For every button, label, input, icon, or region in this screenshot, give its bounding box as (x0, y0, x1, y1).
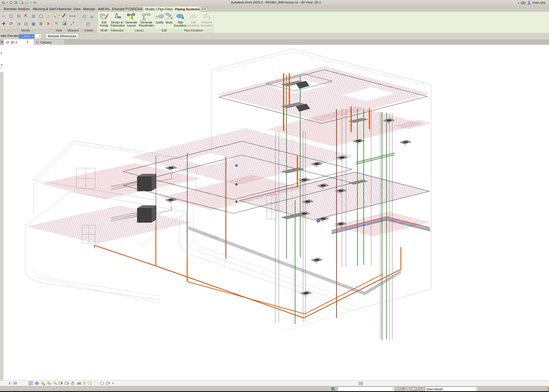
temporary-hide-isolate-icon[interactable] (53, 381, 57, 385)
match-properties-icon[interactable]: ≣ (38, 20, 44, 27)
dimension-icon[interactable]: ⤢ (68, 20, 77, 27)
ribbon-display-toggle[interactable]: ⊙ ▾ (199, 7, 208, 11)
panel-label-edit[interactable]: Edit (155, 29, 174, 33)
create-assembly-icon[interactable]: ◰ (85, 20, 91, 28)
panel-label-layout[interactable]: Layout (124, 29, 155, 33)
view-tab-3d-2[interactable]: 3D 2 ✕ (4, 39, 37, 45)
pin-icon[interactable]: ▣ (30, 20, 37, 27)
sun-path-icon[interactable] (41, 381, 45, 385)
chevron-down-icon[interactable]: ▾ (475, 388, 477, 390)
justify-button[interactable]: Justify (155, 12, 164, 24)
worksharing-display-icon[interactable] (65, 381, 69, 385)
shadows-icon[interactable] (47, 381, 51, 385)
scale-icon[interactable]: ▢ (38, 12, 44, 20)
selection-filter-icon[interactable] (397, 387, 401, 391)
user-name[interactable]: iman.sha (533, 1, 546, 4)
view-tab-camera[interactable]: Camera (34, 39, 65, 45)
reveal-hidden-elements-icon[interactable] (59, 381, 63, 385)
panel-label-mode[interactable]: Mode (98, 29, 111, 33)
visual-style-icon[interactable] (35, 381, 39, 385)
mirror-draw-axis-icon[interactable]: ⧉ (15, 12, 22, 20)
properties-list-icon[interactable] (14, 1, 18, 4)
panel-label-fabrication[interactable]: Fabrication (111, 29, 124, 33)
switch-windows-caret[interactable]: ▾ (31, 1, 32, 4)
search-binoculars-icon[interactable] (521, 1, 526, 5)
move-icon[interactable]: ✚ (1, 20, 7, 27)
edit-family-button[interactable]: Edit Family (98, 12, 110, 27)
switch-windows-icon[interactable] (25, 1, 29, 4)
show-crop-icon[interactable] (100, 381, 104, 385)
measure-icon[interactable]: ⟷ (68, 12, 77, 20)
create-similar-icon[interactable]: ⊡ (81, 13, 87, 20)
tab-add-ins[interactable]: Add-Ins (96, 6, 112, 12)
detail-level-icon[interactable] (29, 381, 33, 385)
chevron-down-icon[interactable]: ▾ (39, 35, 41, 37)
analytical-model-icon[interactable] (83, 381, 87, 385)
design-options-combobox[interactable]: Main Model ▾ (425, 387, 478, 391)
exclude-options-icon[interactable] (418, 387, 423, 391)
drawing-area-3d-view[interactable] (4, 45, 549, 380)
close-hidden-windows-icon[interactable] (20, 1, 24, 4)
lock-3d-view-icon[interactable] (71, 381, 75, 385)
reveal-constraints-icon[interactable] (106, 381, 110, 385)
customize-qat-icon[interactable] (33, 1, 37, 4)
tab-manage[interactable]: Manage (81, 6, 97, 12)
mirror-pick-axis-icon[interactable]: ◫ (8, 12, 14, 20)
design-to-fabrication-button[interactable]: Design to Fabrication (111, 12, 124, 27)
user-account-icon[interactable] (527, 1, 531, 5)
tab-piping-systems[interactable]: Piping Systems (173, 6, 202, 12)
panel-label-create[interactable]: Create (80, 29, 98, 33)
qat-caret[interactable]: ▾ (7, 1, 8, 4)
offset-icon[interactable]: ⊟ (23, 20, 29, 27)
panel-label-view[interactable]: View (51, 29, 66, 33)
close-tab-icon[interactable]: ✕ (26, 41, 29, 44)
inactive-select-icon[interactable]: ⌖ (45, 12, 51, 20)
copy-icon[interactable]: ⇉ (15, 20, 22, 27)
view-caret[interactable]: ▾ (59, 13, 60, 18)
array-icon[interactable]: ⊞ (30, 12, 37, 20)
rotate-icon[interactable]: ⟳ (8, 20, 14, 27)
remove-insulation-button[interactable]: Remove Insulation (200, 12, 213, 27)
properties-panel-sliver[interactable]: ▾ e ^ (0, 45, 4, 380)
view-scale[interactable]: 1 : 10 (9, 381, 17, 385)
add-insulation-button[interactable]: Add Insulation (174, 12, 187, 27)
panel-label-measure[interactable]: Measure (66, 29, 80, 33)
expand-vcb-icon[interactable]: < (112, 381, 114, 385)
hide-elements-lightbulb-icon[interactable] (53, 13, 57, 18)
worksets-icon[interactable] (331, 387, 335, 391)
tab-analyze[interactable]: Analyze (16, 6, 32, 12)
temporary-view-properties-icon[interactable] (77, 381, 81, 385)
slope-button[interactable]: Slope (164, 12, 174, 24)
sliver-collapse-icon[interactable]: ^ (1, 67, 2, 70)
crop-view-icon[interactable] (94, 381, 98, 385)
tab-view[interactable]: View (71, 6, 83, 12)
close-view-icon[interactable]: ✕ (1, 40, 3, 44)
status-bar: ▾ :0 Main Model ▾ (0, 386, 549, 391)
elevation-combobox[interactable]: -0.0034 m ▾ (19, 33, 41, 39)
join-geometry-icon[interactable]: ⌐ (1, 12, 7, 20)
properties-toggle-icon[interactable] (412, 387, 416, 391)
active-workset-combobox[interactable]: ▾ (337, 387, 395, 391)
collapse-infocenter-icon[interactable]: ◂ (518, 1, 519, 4)
tab-cadclick[interactable]: CADClick (126, 6, 144, 12)
highlight-displacement-icon[interactable] (87, 381, 92, 385)
linework-icon[interactable]: ≡ (53, 20, 59, 26)
generate-placeholder-button[interactable]: Generate Placeholder (139, 12, 154, 27)
compass-icon[interactable] (9, 1, 13, 4)
revit-home-icon[interactable] (1, 1, 5, 5)
sliver-dropdown-icon[interactable]: ▾ (1, 52, 2, 55)
valve-wheel[interactable] (317, 219, 320, 223)
panel-label-pipe-insulation[interactable]: Pipe Insulation (174, 29, 213, 33)
status-notification-icon[interactable] (547, 387, 549, 391)
tab-collaborate[interactable]: Collaborate (53, 6, 73, 12)
delete-icon[interactable]: ✕ (45, 20, 51, 27)
activate-dimensions-button[interactable]: Activate Dimensions (45, 33, 79, 39)
chevron-down-icon[interactable]: ▾ (392, 388, 394, 390)
align-icon[interactable]: ⇱ (23, 12, 29, 20)
generate-layout-button[interactable]: Generate Layout (124, 12, 138, 27)
panel-label-modify[interactable]: Modify (0, 29, 51, 33)
edit-insulation-button[interactable]: Edit Insulation (187, 12, 200, 27)
override-graphics-brush-icon[interactable] (62, 13, 66, 18)
create-group-icon[interactable]: ⧈ (89, 13, 95, 20)
horizontal-scrollbar-thumb[interactable] (358, 382, 363, 385)
